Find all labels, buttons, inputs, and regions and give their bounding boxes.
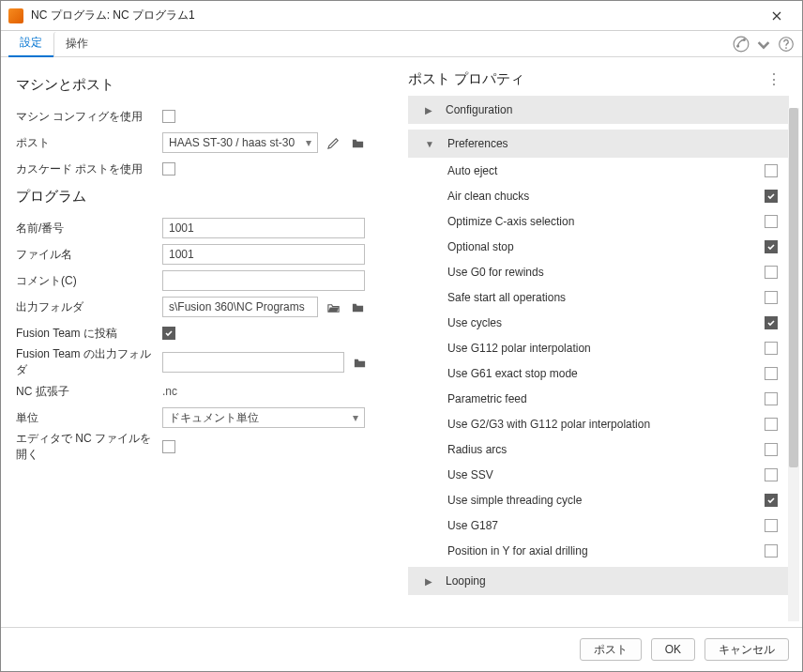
group-looping[interactable]: ▶ Looping	[408, 567, 789, 595]
tabbar: 設定 操作	[1, 31, 802, 57]
input-name-number[interactable]	[162, 218, 365, 238]
label-open-in-editor: エディタで NC ファイルを開く	[16, 431, 162, 463]
pref-row: Radius arcs	[408, 436, 789, 462]
chevron-down-icon: ▾	[306, 136, 311, 149]
pref-checkbox[interactable]	[765, 215, 778, 228]
folder-icon	[353, 356, 367, 370]
tab-settings[interactable]: 設定	[8, 31, 53, 57]
post-properties-menu-button[interactable]: ⋮	[766, 70, 787, 88]
pref-checkbox[interactable]	[765, 316, 778, 329]
input-output-folder[interactable]	[162, 297, 318, 317]
browse-output-folder-button[interactable]	[348, 298, 367, 316]
group-configuration[interactable]: ▶ Configuration	[408, 96, 789, 124]
unit-select[interactable]: ドキュメント単位 ▾	[162, 407, 365, 428]
label-fusion-team-output-folder: Fusion Team の出力フォルダ	[16, 346, 162, 378]
section-machine-post: マシンとポスト	[16, 76, 391, 94]
label-output-folder: 出力フォルダ	[16, 299, 162, 315]
pref-label: Use G0 for rewinds	[447, 266, 544, 279]
group-preferences-label: Preferences	[447, 137, 508, 150]
titlebar: NC プログラム: NC プログラム1	[1, 1, 802, 31]
triangle-right-icon: ▶	[425, 105, 432, 115]
nc-program-dialog: NC プログラム: NC プログラム1 設定 操作 マシンとポスト マシン コ	[0, 0, 803, 672]
svg-point-1	[743, 38, 746, 41]
pencil-icon	[326, 136, 341, 150]
browse-fusion-team-folder-button[interactable]	[350, 353, 369, 372]
props-scrollbar[interactable]	[788, 108, 799, 621]
label-comment: コメント(C)	[16, 273, 162, 289]
checkbox-cascade-post[interactable]	[162, 162, 175, 176]
label-name-number: 名前/番号	[16, 221, 162, 237]
pref-checkbox[interactable]	[765, 443, 778, 456]
scrollbar-thumb[interactable]	[789, 108, 798, 467]
pref-label: Use G61 exact stop mode	[447, 367, 578, 380]
footer: ポスト OK キャンセル	[1, 628, 802, 671]
post-properties-list: ▶ Configuration ▼ Preferences Auto eject…	[408, 96, 793, 618]
folder-icon	[351, 136, 365, 150]
pref-row: Safe start all operations	[408, 284, 789, 310]
close-button[interactable]	[757, 2, 796, 30]
post-select[interactable]: HAAS ST-30 / haas st-30 ▾	[162, 132, 318, 153]
input-file-name[interactable]	[162, 244, 365, 265]
triangle-right-icon: ▶	[425, 576, 432, 587]
pref-checkbox[interactable]	[765, 494, 778, 507]
pref-label: Use G112 polar interpolation	[447, 342, 591, 355]
pref-checkbox[interactable]	[765, 164, 778, 177]
left-panel: マシンとポスト マシン コンフィグを使用 ポスト HAAS ST-30 / ha…	[1, 57, 401, 627]
pref-row: Auto eject	[408, 158, 789, 183]
open-folder-icon	[326, 300, 341, 314]
app-icon	[8, 8, 23, 23]
pref-checkbox[interactable]	[765, 342, 778, 355]
label-nc-extension: NC 拡張子	[16, 384, 162, 400]
input-fusion-team-output-folder[interactable]	[162, 352, 344, 373]
pref-checkbox[interactable]	[765, 468, 778, 481]
pref-label: Auto eject	[447, 164, 497, 177]
checkbox-fusion-team-post[interactable]	[162, 327, 175, 340]
pref-checkbox[interactable]	[765, 367, 778, 380]
group-configuration-label: Configuration	[446, 103, 512, 116]
dropdown-icon[interactable]	[755, 36, 772, 53]
ok-button[interactable]: OK	[651, 638, 695, 661]
group-preferences[interactable]: ▼ Preferences	[408, 130, 789, 158]
pref-row: Use G61 exact stop mode	[408, 360, 789, 386]
checkbox-use-machine-config[interactable]	[162, 110, 175, 123]
triangle-down-icon: ▼	[425, 139, 434, 149]
pref-checkbox[interactable]	[765, 266, 778, 279]
label-fusion-team-post: Fusion Team に投稿	[16, 326, 162, 342]
cancel-button[interactable]: キャンセル	[705, 638, 789, 661]
input-comment[interactable]	[162, 270, 365, 291]
pref-checkbox[interactable]	[765, 240, 778, 253]
unit-select-value: ドキュメント単位	[169, 410, 259, 426]
pref-label: Position in Y for axial drilling	[447, 544, 588, 557]
help-icon[interactable]	[778, 36, 795, 53]
pref-checkbox[interactable]	[765, 190, 778, 203]
reveal-folder-button[interactable]	[324, 298, 342, 316]
browse-post-button[interactable]	[348, 133, 367, 152]
folder-icon	[351, 300, 365, 314]
chevron-down-icon: ▾	[353, 411, 358, 424]
value-nc-extension: .nc	[162, 385, 177, 398]
pref-row: Optional stop	[408, 234, 789, 259]
dialog-body: マシンとポスト マシン コンフィグを使用 ポスト HAAS ST-30 / ha…	[1, 57, 802, 627]
pref-checkbox[interactable]	[765, 291, 778, 304]
pref-label: Optimize C-axis selection	[447, 215, 574, 228]
pref-checkbox[interactable]	[765, 392, 778, 405]
label-file-name: ファイル名	[16, 247, 162, 263]
post-button[interactable]: ポスト	[580, 638, 642, 661]
pref-row: Use G112 polar interpolation	[408, 335, 789, 360]
window-title: NC プログラム: NC プログラム1	[31, 8, 757, 23]
label-unit: 単位	[16, 410, 162, 426]
checkbox-open-in-editor[interactable]	[162, 440, 175, 453]
post-properties-title: ポスト プロパティ	[408, 70, 524, 88]
group-looping-label: Looping	[446, 574, 486, 588]
pref-row: Use cycles	[408, 310, 789, 335]
svg-point-3	[785, 47, 787, 49]
phone-icon[interactable]	[733, 36, 750, 53]
pref-row: Use G2/G3 with G112 polar interpolation	[408, 411, 789, 436]
pref-row: Use SSV	[408, 462, 789, 487]
edit-post-button[interactable]	[324, 133, 342, 152]
pref-checkbox[interactable]	[765, 519, 778, 532]
pref-checkbox[interactable]	[765, 544, 778, 557]
tab-operations[interactable]: 操作	[53, 32, 99, 56]
pref-checkbox[interactable]	[765, 418, 778, 431]
pref-label: Radius arcs	[447, 443, 507, 456]
